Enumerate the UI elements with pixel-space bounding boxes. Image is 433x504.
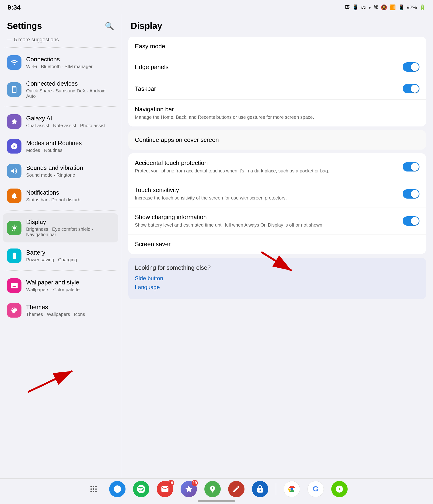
display-section-cover: Continue apps on cover screen xyxy=(128,130,426,150)
svg-point-13 xyxy=(290,488,293,490)
sounds-icon xyxy=(7,164,21,178)
display-section-1: Easy mode Edge panels Taskbar Navig xyxy=(128,37,426,126)
signal-icon: 📱 xyxy=(398,4,404,10)
settings-item-notifications[interactable]: Notifications Status bar · Do not distur… xyxy=(0,183,121,208)
google-app-icon[interactable]: G xyxy=(307,481,324,497)
display-panel-title: Display xyxy=(128,19,426,37)
password-app-icon[interactable] xyxy=(252,481,268,497)
accidental-touch-toggle[interactable] xyxy=(403,162,419,171)
settings-panel: Settings 🔍 5 more suggestions Connection… xyxy=(0,14,121,478)
touch-sensitivity-toggle[interactable] xyxy=(403,189,419,198)
display-edge-panels[interactable]: Edge panels xyxy=(128,56,426,78)
gmail-badge: 19 xyxy=(168,480,174,486)
divider-2 xyxy=(5,106,117,107)
spotify-app-icon[interactable] xyxy=(133,481,149,497)
chrome-app-icon[interactable] xyxy=(284,481,300,497)
store-badge: 19 xyxy=(192,480,198,486)
galaxy-store-icon[interactable]: 19 xyxy=(180,481,197,497)
battery-settings-icon xyxy=(7,249,21,263)
galaxy-ai-icon xyxy=(7,114,21,129)
home-indicator xyxy=(198,500,235,502)
battery-icon: 🔋 xyxy=(419,4,425,10)
modes-icon xyxy=(7,139,21,153)
svg-point-5 xyxy=(93,486,94,487)
display-charging-info[interactable]: Show charging information Show battery l… xyxy=(128,207,426,234)
svg-point-12 xyxy=(95,491,97,492)
connected-devices-icon xyxy=(7,82,21,97)
divider-4 xyxy=(5,270,117,271)
mute-icon: 🔕 xyxy=(381,4,387,10)
wallpaper-icon xyxy=(7,278,21,293)
display-taskbar[interactable]: Taskbar xyxy=(128,78,426,100)
search-button[interactable]: 🔍 xyxy=(105,22,114,31)
divider-3 xyxy=(5,210,117,211)
camera-app-icon[interactable] xyxy=(109,481,126,497)
status-bar: 9:34 🖼 📱 🗂 ● ⌘ 🔕 📶 📱 92% 🔋 xyxy=(0,0,433,14)
display-panel: Display Easy mode Edge panels Taskbar xyxy=(121,14,433,478)
galaxy-ai-text: Galaxy AI Chat assist · Note assist · Ph… xyxy=(26,115,114,128)
battery-text: Battery Power saving · Charging xyxy=(26,249,114,262)
display-touch-sensitivity[interactable]: Touch sensitivity Increase the touch sen… xyxy=(128,180,426,207)
notifications-text: Notifications Status bar · Do not distur… xyxy=(26,189,114,203)
settings-title: Settings xyxy=(7,21,42,31)
duolingo-app-icon[interactable] xyxy=(331,481,348,497)
battery-percentage: 92% xyxy=(407,4,417,10)
themes-icon xyxy=(7,303,21,318)
display-text: Display Brightness · Eye comfort shield … xyxy=(26,218,114,237)
settings-item-battery[interactable]: Battery Power saving · Charging xyxy=(0,243,121,268)
nav-separator xyxy=(276,483,276,495)
settings-item-display[interactable]: Display Brightness · Eye comfort shield … xyxy=(3,213,118,243)
connected-devices-text: Connected devices Quick Share · Samsung … xyxy=(26,80,114,99)
status-icons: 🖼 📱 🗂 ● ⌘ 🔕 📶 📱 92% 🔋 xyxy=(345,4,425,10)
settings-item-galaxy-ai[interactable]: Galaxy AI Chat assist · Note assist · Ph… xyxy=(0,109,121,134)
divider-1 xyxy=(5,47,117,48)
svg-point-10 xyxy=(90,491,92,492)
sounds-text: Sounds and vibration Sound mode · Ringto… xyxy=(26,164,114,178)
display-navigation-bar[interactable]: Navigation bar Manage the Home, Back, an… xyxy=(128,100,426,126)
tablet-icon: 📱 xyxy=(352,4,359,10)
svg-point-4 xyxy=(90,486,92,487)
photo-notification-icon: 🖼 xyxy=(345,4,350,10)
app-drawer-button[interactable] xyxy=(85,481,102,497)
svg-point-6 xyxy=(95,486,97,487)
wallpaper-text: Wallpaper and style Wallpapers · Color p… xyxy=(26,279,114,292)
wifi-icon: 📶 xyxy=(389,4,396,10)
notifications-icon xyxy=(7,189,21,203)
craft-app-icon[interactable] xyxy=(228,481,244,497)
gmail-app-icon[interactable]: 19 xyxy=(157,481,173,497)
settings-item-themes[interactable]: Themes Themes · Wallpapers · Icons xyxy=(0,298,121,323)
charging-info-toggle[interactable] xyxy=(403,216,419,226)
maps-app-icon[interactable] xyxy=(204,481,221,497)
svg-point-11 xyxy=(93,491,94,492)
suggestions-box: Looking for something else? Side button … xyxy=(128,258,426,299)
main-layout: Settings 🔍 5 more suggestions Connection… xyxy=(0,14,433,478)
connections-text: Connections Wi-Fi · Bluetooth · SIM mana… xyxy=(26,56,114,69)
bluetooth-icon: ⌘ xyxy=(373,4,379,10)
svg-point-7 xyxy=(90,488,92,490)
settings-item-modes[interactable]: Modes and Routines Modes · Routines xyxy=(0,134,121,159)
status-time: 9:34 xyxy=(8,4,20,11)
suggestions-title: Looking for something else? xyxy=(135,264,419,271)
themes-text: Themes Themes · Wallpapers · Icons xyxy=(26,304,114,317)
settings-item-connected-devices[interactable]: Connected devices Quick Share · Samsung … xyxy=(0,75,121,104)
gallery-icon: 🗂 xyxy=(361,4,366,10)
settings-item-connections[interactable]: Connections Wi-Fi · Bluetooth · SIM mana… xyxy=(0,50,121,75)
dot-icon: ● xyxy=(368,5,371,10)
svg-point-8 xyxy=(93,488,94,490)
display-accidental-touch[interactable]: Accidental touch protection Protect your… xyxy=(128,153,426,180)
side-button-link[interactable]: Side button xyxy=(135,275,419,282)
display-screen-saver[interactable]: Screen saver xyxy=(128,234,426,254)
language-link[interactable]: Language xyxy=(135,284,419,290)
settings-item-wallpaper[interactable]: Wallpaper and style Wallpapers · Color p… xyxy=(0,273,121,298)
modes-text: Modes and Routines Modes · Routines xyxy=(26,140,114,153)
display-section-3: Accidental touch protection Protect your… xyxy=(128,153,426,254)
svg-point-9 xyxy=(95,488,97,490)
display-icon xyxy=(7,221,21,235)
display-easy-mode[interactable]: Easy mode xyxy=(128,37,426,56)
edge-panels-toggle[interactable] xyxy=(403,62,419,72)
taskbar-toggle[interactable] xyxy=(403,84,419,93)
settings-item-sounds[interactable]: Sounds and vibration Sound mode · Ringto… xyxy=(0,159,121,183)
more-suggestions[interactable]: 5 more suggestions xyxy=(0,36,121,45)
settings-header: Settings 🔍 xyxy=(0,19,121,36)
display-cover-screen[interactable]: Continue apps on cover screen xyxy=(128,130,426,150)
